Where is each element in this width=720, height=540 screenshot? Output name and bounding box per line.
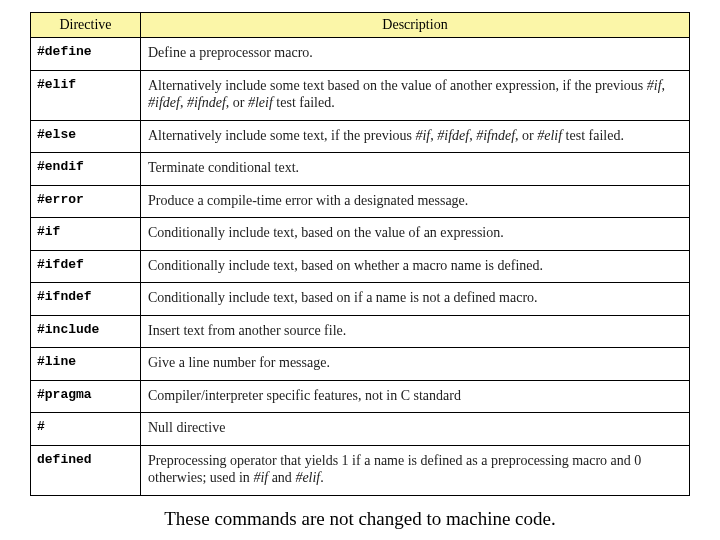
description-cell: Give a line number for message. — [141, 348, 690, 381]
directive-cell: #elif — [31, 70, 141, 120]
description-cell: Produce a compile-time error with a desi… — [141, 185, 690, 218]
header-directive: Directive — [31, 13, 141, 38]
table-header-row: Directive Description — [31, 13, 690, 38]
table-row: #include Insert text from another source… — [31, 315, 690, 348]
table-row: #ifndef Conditionally include text, base… — [31, 283, 690, 316]
directive-cell: #include — [31, 315, 141, 348]
description-cell: Conditionally include text, based on the… — [141, 218, 690, 251]
table-row: #elif Alternatively include some text ba… — [31, 70, 690, 120]
directive-cell: #pragma — [31, 380, 141, 413]
table-row: #define Define a preprocessor macro. — [31, 38, 690, 71]
table-row: #pragma Compiler/interpreter specific fe… — [31, 380, 690, 413]
description-cell: Conditionally include text, based on if … — [141, 283, 690, 316]
directive-cell: #else — [31, 120, 141, 153]
table-row: #error Produce a compile-time error with… — [31, 185, 690, 218]
description-cell: Alternatively include some text based on… — [141, 70, 690, 120]
description-cell: Preprocessing operator that yields 1 if … — [141, 445, 690, 495]
directive-cell: defined — [31, 445, 141, 495]
caption-text: These commands are not changed to machin… — [30, 496, 690, 530]
table-row: #else Alternatively include some text, i… — [31, 120, 690, 153]
table-row: defined Preprocessing operator that yiel… — [31, 445, 690, 495]
directive-cell: #ifdef — [31, 250, 141, 283]
table-row: #ifdef Conditionally include text, based… — [31, 250, 690, 283]
directive-cell: #if — [31, 218, 141, 251]
table-row: # Null directive — [31, 413, 690, 446]
description-cell: Define a preprocessor macro. — [141, 38, 690, 71]
description-cell: Insert text from another source file. — [141, 315, 690, 348]
directive-cell: #ifndef — [31, 283, 141, 316]
directive-cell: #line — [31, 348, 141, 381]
description-cell: Null directive — [141, 413, 690, 446]
table-row: #line Give a line number for message. — [31, 348, 690, 381]
table-row: #endif Terminate conditional text. — [31, 153, 690, 186]
directive-cell: #define — [31, 38, 141, 71]
directive-cell: # — [31, 413, 141, 446]
header-description: Description — [141, 13, 690, 38]
directive-cell: #endif — [31, 153, 141, 186]
description-cell: Alternatively include some text, if the … — [141, 120, 690, 153]
description-cell: Compiler/interpreter specific features, … — [141, 380, 690, 413]
table-row: #if Conditionally include text, based on… — [31, 218, 690, 251]
directive-cell: #error — [31, 185, 141, 218]
directive-table: Directive Description #define Define a p… — [30, 12, 690, 496]
description-cell: Terminate conditional text. — [141, 153, 690, 186]
description-cell: Conditionally include text, based on whe… — [141, 250, 690, 283]
